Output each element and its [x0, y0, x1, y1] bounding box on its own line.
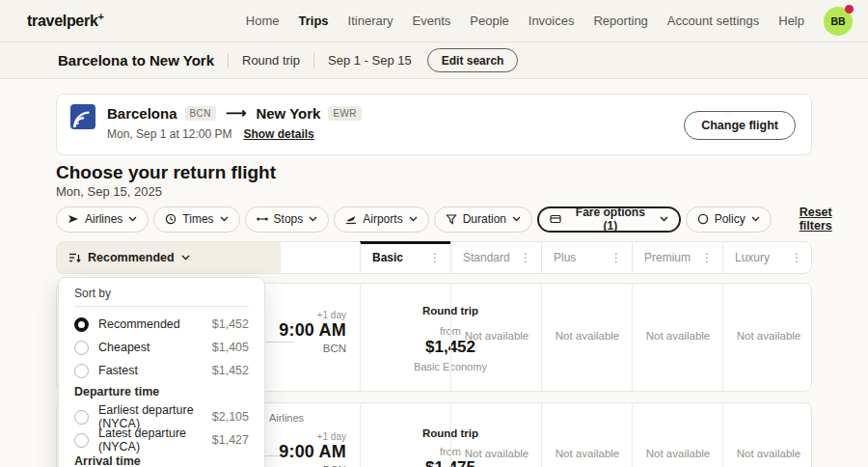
option-price: $1,405 [212, 341, 249, 354]
origin-city: Barcelona [107, 105, 177, 122]
show-details-link[interactable]: Show details [243, 127, 313, 141]
flight-route: Barcelona BCN ⟶ New York EWR [107, 104, 362, 122]
column-label: Premium [644, 251, 691, 264]
sort-option-fastest[interactable]: Fastest $1,452 [74, 361, 249, 380]
radio-icon[interactable] [74, 433, 89, 448]
chevron-down-icon [181, 255, 190, 261]
logo-text: travelperk [27, 13, 98, 29]
filter-label: Times [182, 212, 213, 226]
filter-label: Policy [715, 212, 746, 226]
fare-cell-plus: Not available [541, 403, 632, 467]
divider [74, 306, 249, 307]
chevron-down-icon [409, 216, 418, 222]
logo-plus: + [98, 11, 104, 22]
sort-option-latest-departure[interactable]: Latest departure (NYCA) $1,427 [74, 430, 249, 450]
kebab-menu-icon[interactable]: ⋮ [701, 252, 713, 263]
radio-checked-icon[interactable] [74, 317, 89, 332]
column-label: Luxury [735, 251, 770, 264]
nav-events[interactable]: Events [413, 14, 451, 28]
flight-subline: Mon, Sep 1 at 12:00 PM Show details [107, 127, 314, 141]
column-luxury[interactable]: Luxury ⋮ [722, 242, 812, 273]
search-route-title: Barcelona to New York [58, 52, 214, 69]
fare-cell-luxury: Not available [722, 403, 812, 467]
notification-dot-icon [845, 5, 854, 14]
main-nav: Home Trips Itinerary Events People Invoi… [246, 7, 853, 36]
user-avatar[interactable]: BB [824, 7, 853, 36]
fare-cell-plus: Not available [541, 284, 632, 391]
sort-option-earliest-departure[interactable]: Earliest departure (NYCA) $2,105 [74, 407, 249, 426]
travelperk-logo[interactable]: travelperk+ [27, 13, 104, 30]
clock-icon [165, 213, 176, 225]
filter-stops[interactable]: Stops [245, 206, 330, 233]
option-price: $2,105 [212, 410, 249, 424]
nav-people[interactable]: People [470, 14, 508, 28]
option-label: Fastest [98, 364, 138, 377]
column-premium[interactable]: Premium ⋮ [632, 242, 722, 273]
top-nav-bar: travelperk+ Home Trips Itinerary Events … [0, 0, 868, 42]
chevron-down-icon [660, 216, 668, 222]
fare-cell-standard: Not available [450, 403, 541, 467]
filter-airports[interactable]: Airports [334, 206, 428, 233]
trip-type-label: Round trip [242, 53, 300, 68]
kebab-menu-icon[interactable]: ⋮ [520, 252, 531, 263]
divider [313, 53, 314, 69]
sort-dropdown-button[interactable]: Recommended [57, 242, 281, 273]
fare-cell-basic[interactable]: Round trip from $1,452 Basic Economy [360, 284, 450, 391]
sort-button-label: Recommended [88, 251, 175, 264]
nav-reporting[interactable]: Reporting [593, 14, 647, 28]
radio-icon[interactable] [74, 364, 89, 378]
fare-cell-premium: Not available [632, 403, 722, 467]
change-flight-button[interactable]: Change flight [684, 111, 796, 140]
reset-filters-link[interactable]: Reset filters [800, 206, 868, 233]
kebab-menu-icon[interactable]: ⋮ [610, 252, 622, 263]
column-standard[interactable]: Standard ⋮ [450, 242, 541, 273]
sort-option-recommended[interactable]: Recommended $1,452 [74, 315, 249, 334]
divider [228, 53, 229, 69]
option-price: $1,452 [212, 317, 249, 331]
plane-icon [68, 213, 79, 225]
not-available-label: Not available [633, 330, 723, 342]
not-available-label: Not available [633, 448, 723, 459]
filter-policy[interactable]: Policy [686, 206, 772, 233]
filter-times[interactable]: Times [153, 206, 239, 233]
nav-help[interactable]: Help [778, 14, 804, 28]
option-price: $1,452 [212, 364, 249, 377]
nav-invoices[interactable]: Invoices [529, 14, 575, 28]
filter-label: Airlines [85, 212, 122, 226]
fare-cell-basic[interactable]: Round trip from $1,475 [360, 403, 450, 467]
page-title: Choose your return flight [56, 162, 276, 183]
fare-cell-standard: Not available [450, 284, 541, 391]
search-summary-bar: Barcelona to New York Round trip Sep 1 -… [0, 42, 868, 79]
column-basic[interactable]: Basic ⋮ [360, 242, 450, 273]
option-label: Cheapest [98, 341, 150, 354]
radio-icon[interactable] [74, 341, 89, 355]
kebab-menu-icon[interactable]: ⋮ [429, 252, 441, 263]
not-available-label: Not available [542, 330, 633, 342]
fare-cell-premium: Not available [632, 284, 722, 391]
filter-duration[interactable]: Duration [434, 206, 532, 233]
airline-name-label: Airlines [269, 412, 304, 424]
column-plus[interactable]: Plus ⋮ [541, 242, 632, 273]
funnel-icon [446, 213, 457, 225]
option-label: Recommended [98, 317, 180, 331]
edit-search-button[interactable]: Edit search [427, 48, 519, 72]
kebab-menu-icon[interactable]: ⋮ [791, 252, 802, 263]
outbound-datetime: Mon, Sep 1 at 12:00 PM [107, 127, 231, 141]
nav-home[interactable]: Home [246, 14, 280, 28]
option-label: Latest departure (NYCA) [98, 426, 203, 453]
sort-option-cheapest[interactable]: Cheapest $1,405 [74, 338, 249, 357]
flight-search-screen: travelperk+ Home Trips Itinerary Events … [0, 0, 868, 467]
nav-account-settings[interactable]: Account settings [667, 14, 759, 28]
arrival-time-section-title: Arrival time [74, 454, 141, 467]
nav-trips[interactable]: Trips [299, 14, 329, 28]
destination-code-badge: EWR [328, 106, 362, 121]
chevron-down-icon [309, 216, 317, 222]
column-label: Standard [463, 251, 510, 264]
avatar-initials: BB [830, 15, 845, 27]
fare-cell-luxury: Not available [722, 284, 812, 391]
filter-airlines[interactable]: Airlines [56, 206, 149, 233]
filter-fare-options[interactable]: Fare options (1) [537, 206, 681, 233]
not-available-label: Not available [451, 330, 542, 342]
radio-icon[interactable] [74, 410, 89, 425]
nav-itinerary[interactable]: Itinerary [348, 14, 393, 28]
